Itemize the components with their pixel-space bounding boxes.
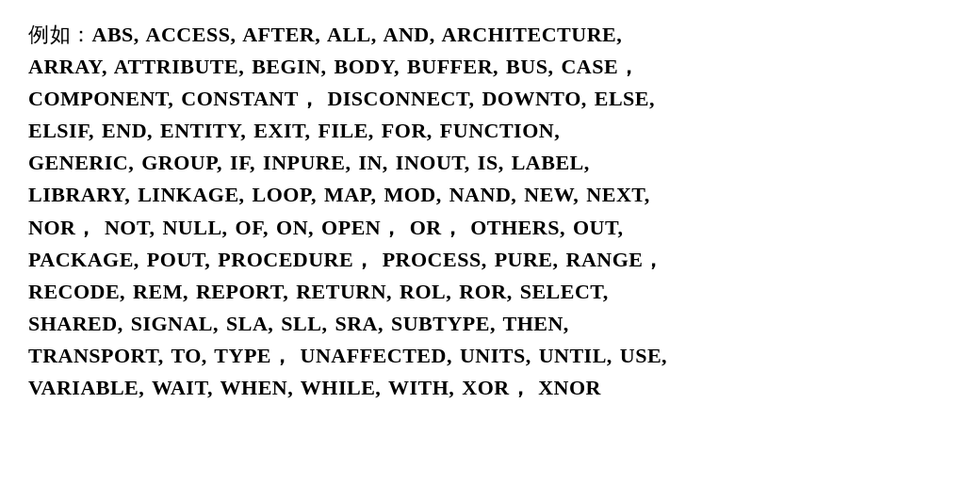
main-content: 例如：ABS, ACCESS, AFTER, ALL, AND, ARCHITE… (28, 19, 952, 404)
line-6: LIBRARY, LINKAGE, LOOP, MAP, MOD, NAND, … (28, 183, 650, 206)
keyword-list: 例如：ABS, ACCESS, AFTER, ALL, AND, ARCHITE… (28, 19, 952, 404)
line-5: GENERIC, GROUP, IF, INPURE, IN, INOUT, I… (28, 151, 590, 174)
line-8: PACKAGE, POUT, PROCEDURE， PROCESS, PURE,… (28, 248, 664, 271)
line-10: SHARED, SIGNAL, SLA, SLL, SRA, SUBTYPE, … (28, 312, 569, 335)
line-9: RECODE, REM, REPORT, RETURN, ROL, ROR, S… (28, 280, 609, 303)
intro-label: 例如： (28, 23, 92, 46)
line-1: ABS, ACCESS, AFTER, ALL, AND, ARCHITECTU… (92, 23, 623, 46)
line-12: VARIABLE, WAIT, WHEN, WHILE, WITH, XOR， … (28, 376, 601, 399)
line-11: TRANSPORT, TO, TYPE， UNAFFECTED, UNITS, … (28, 344, 667, 367)
line-7: NOR， NOT, NULL, OF, ON, OPEN， OR， OTHERS… (28, 216, 623, 239)
line-3: COMPONENT, CONSTANT， DISCONNECT, DOWNTO,… (28, 87, 655, 110)
line-2: ARRAY, ATTRIBUTE, BEGIN, BODY, BUFFER, B… (28, 55, 640, 78)
line-4: ELSIF, END, ENTITY, EXIT, FILE, FOR, FUN… (28, 119, 560, 142)
